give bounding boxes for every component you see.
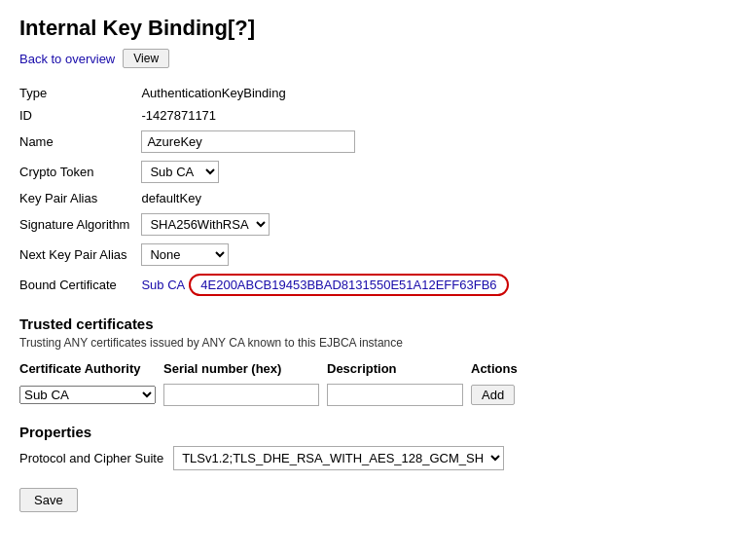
ca-select[interactable]: Sub CA Root CA: [19, 386, 156, 404]
description-input-cell: [327, 380, 471, 410]
back-to-overview-link[interactable]: Back to overview: [19, 52, 115, 66]
bound-certificate-row: Bound Certificate Sub CA 4E200ABCB19453B…: [19, 270, 517, 300]
trusted-certs-header-row: Certificate Authority Serial number (hex…: [19, 357, 527, 380]
signature-algorithm-row: Signature Algorithm SHA256WithRSA SHA384…: [19, 209, 517, 240]
properties-title: Properties: [19, 424, 737, 440]
id-row: ID -1427871171: [19, 104, 517, 127]
trusted-certs-table: Certificate Authority Serial number (hex…: [19, 357, 527, 410]
page-title: Internal Key Binding[?]: [19, 16, 737, 41]
view-button[interactable]: View: [123, 49, 169, 68]
id-label: ID: [19, 104, 141, 127]
name-row: Name: [19, 127, 517, 157]
signature-algorithm-select[interactable]: SHA256WithRSA SHA384WithRSA SHA512WithRS…: [141, 213, 270, 236]
trusted-certs-title: Trusted certificates: [19, 316, 737, 332]
add-button[interactable]: Add: [471, 385, 515, 405]
crypto-token-select[interactable]: Sub CA Root CA Other: [141, 161, 219, 183]
signature-algorithm-label: Signature Algorithm: [19, 209, 141, 240]
col-ca-header: Certificate Authority: [19, 357, 163, 380]
form-table: Type AuthenticationKeyBinding ID -142787…: [19, 82, 517, 300]
ca-select-cell: Sub CA Root CA: [19, 380, 163, 410]
protocol-row: Protocol and Cipher Suite TLSv1.2;TLS_DH…: [19, 446, 737, 470]
name-input[interactable]: [141, 130, 355, 153]
description-input[interactable]: [327, 384, 463, 406]
save-button[interactable]: Save: [19, 488, 78, 512]
serial-input-cell: [163, 380, 327, 410]
key-pair-alias-row: Key Pair Alias defaultKey: [19, 187, 517, 209]
bound-cert-ca-link[interactable]: Sub CA: [141, 278, 185, 292]
properties-section: Properties Protocol and Cipher Suite TLS…: [19, 424, 737, 470]
protocol-label: Protocol and Cipher Suite: [19, 451, 163, 465]
id-value: -1427871171: [141, 104, 516, 127]
key-pair-alias-value: defaultKey: [141, 187, 516, 209]
add-button-cell: Add: [471, 380, 527, 410]
bound-certificate-label: Bound Certificate: [19, 270, 141, 300]
col-actions-header: Actions: [471, 357, 527, 380]
crypto-token-row: Crypto Token Sub CA Root CA Other: [19, 157, 517, 187]
trusted-certs-sub: Trusting ANY certificates issued by ANY …: [19, 336, 737, 350]
trusted-certs-input-row: Sub CA Root CA Add: [19, 380, 527, 410]
type-row: Type AuthenticationKeyBinding: [19, 82, 517, 104]
name-label: Name: [19, 127, 141, 157]
name-field-cell: [141, 127, 516, 157]
signature-algorithm-cell: SHA256WithRSA SHA384WithRSA SHA512WithRS…: [141, 209, 516, 240]
next-key-pair-alias-select[interactable]: None defaultKey otherKey: [141, 243, 229, 266]
key-pair-alias-label: Key Pair Alias: [19, 187, 141, 209]
col-description-header: Description: [327, 357, 471, 380]
serial-number-input[interactable]: [163, 384, 319, 406]
bound-certificate-cell: Sub CA 4E200ABCB19453BBAD8131550E51A12EF…: [141, 270, 516, 300]
back-row: Back to overview View: [19, 49, 737, 68]
type-label: Type: [19, 82, 141, 104]
next-key-pair-alias-row: Next Key Pair Alias None defaultKey othe…: [19, 240, 517, 270]
next-key-pair-alias-cell: None defaultKey otherKey: [141, 240, 516, 270]
col-serial-header: Serial number (hex): [163, 357, 327, 380]
type-value: AuthenticationKeyBinding: [141, 82, 516, 104]
crypto-token-label: Crypto Token: [19, 157, 141, 187]
bound-cert-hash-link[interactable]: 4E200ABCB19453BBAD8131550E51A12EFF63FB6: [189, 274, 508, 296]
crypto-token-cell: Sub CA Root CA Other: [141, 157, 516, 187]
next-key-pair-alias-label: Next Key Pair Alias: [19, 240, 141, 270]
protocol-select[interactable]: TLSv1.2;TLS_DHE_RSA_WITH_AES_128_GCM_SHA…: [173, 446, 504, 470]
